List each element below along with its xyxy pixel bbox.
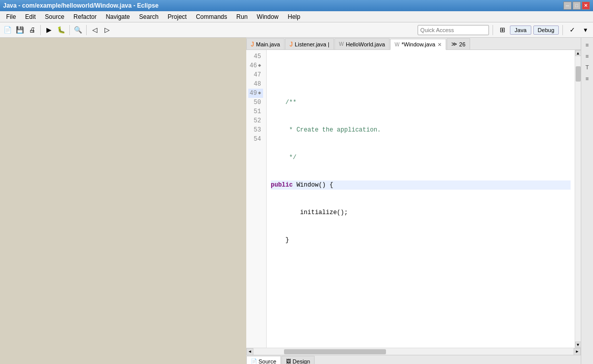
comment-46: /** bbox=[271, 98, 296, 107]
code-49-rest: Window() { bbox=[293, 180, 333, 190]
right-tool-1[interactable]: ≡ bbox=[582, 40, 592, 50]
right-toolbar: ≡ ≡ T ≡ bbox=[581, 38, 593, 364]
code-line-50: initialize(); bbox=[271, 208, 571, 217]
menu-search[interactable]: Search bbox=[135, 12, 163, 21]
scroll-left-button[interactable]: ◄ bbox=[246, 348, 253, 355]
helloworld-icon: W bbox=[339, 41, 344, 47]
title-text: Java - com/example/helloworld/Window.jav… bbox=[3, 2, 159, 9]
right-tool-4[interactable]: ≡ bbox=[582, 73, 592, 84]
h-scrollbar-track[interactable] bbox=[253, 349, 574, 355]
code-line-52 bbox=[271, 263, 571, 272]
scroll-down-button[interactable]: ▼ bbox=[575, 342, 581, 348]
scroll-up-button[interactable]: ▲ bbox=[575, 50, 581, 56]
design-tab[interactable]: 🖼 Design bbox=[281, 356, 315, 364]
menu-source[interactable]: Source bbox=[41, 12, 68, 21]
line-46: 46◆ bbox=[248, 61, 263, 70]
toolbar-separator-4 bbox=[493, 25, 493, 35]
tab-helloworld-java[interactable]: W HelloWorld.java bbox=[334, 38, 390, 49]
menu-help[interactable]: Help bbox=[283, 12, 304, 21]
code-line-49: public Window() { bbox=[271, 180, 571, 190]
design-tab-icon: 🖼 bbox=[286, 358, 291, 364]
tab-listener-java-label: Listener.java | bbox=[295, 41, 329, 47]
editor-bottom-tabs: 📄 Source 🖼 Design bbox=[246, 355, 581, 364]
scroll-right-button[interactable]: ► bbox=[574, 348, 581, 355]
vertical-scrollbar[interactable]: ▲ ▼ bbox=[575, 50, 581, 348]
menu-window[interactable]: Window bbox=[253, 12, 283, 21]
code-line-47: * Create the application. bbox=[271, 125, 571, 135]
tab-overflow[interactable]: ≫ 26 bbox=[447, 38, 470, 49]
scroll-thumb[interactable] bbox=[576, 66, 581, 82]
listener-java-icon: J bbox=[290, 41, 293, 48]
line-45: 45 bbox=[248, 52, 263, 61]
code-editor[interactable]: 45 46◆ 47 48 49◆ 50 51 52 53 54 /** * Cr… bbox=[246, 50, 581, 348]
h-scrollbar-thumb[interactable] bbox=[284, 349, 386, 354]
source-tab-icon: 📄 bbox=[251, 358, 257, 364]
maximize-button[interactable]: □ bbox=[573, 2, 581, 10]
line-52: 52 bbox=[248, 116, 263, 125]
tab-window-java[interactable]: W *Window.java ✕ bbox=[390, 39, 446, 50]
source-tab[interactable]: 📄 Source bbox=[246, 356, 281, 364]
comment-48: */ bbox=[271, 153, 296, 162]
code-line-48: */ bbox=[271, 153, 571, 162]
keyword-public: public bbox=[271, 180, 293, 190]
title-bar-controls: ─ □ ✕ bbox=[563, 2, 590, 10]
line-48: 48 bbox=[248, 80, 263, 89]
code-line-46: /** bbox=[271, 98, 571, 107]
menu-file[interactable]: File bbox=[2, 12, 20, 21]
print-button[interactable]: 🖨 bbox=[27, 24, 38, 36]
tab-main-java-label: Main.java bbox=[256, 41, 280, 47]
right-tool-2[interactable]: ≡ bbox=[582, 51, 592, 61]
fold-49[interactable]: ◆ bbox=[258, 89, 261, 98]
save-button[interactable]: 💾 bbox=[14, 24, 25, 36]
left-panel bbox=[0, 38, 246, 364]
toolbar-right: ⊞ Java Debug ✓ ▾ bbox=[418, 24, 591, 36]
code-line-51: } bbox=[271, 236, 571, 245]
tab-helloworld-label: HelloWorld.java bbox=[346, 41, 385, 47]
run-button[interactable]: ▶ bbox=[43, 24, 55, 36]
code-content[interactable]: /** * Create the application. */ public … bbox=[267, 50, 575, 348]
java-perspective-button[interactable]: Java bbox=[510, 25, 531, 35]
toolbar-separator-5 bbox=[562, 25, 563, 35]
window-java-close[interactable]: ✕ bbox=[437, 42, 442, 47]
tab-window-java-label: *Window.java bbox=[402, 41, 435, 47]
next-button[interactable]: ▷ bbox=[101, 24, 113, 36]
menu-refactor[interactable]: Refactor bbox=[69, 12, 100, 21]
menu-commands[interactable]: Commands bbox=[192, 12, 231, 21]
title-bar: Java - com/example/helloworld/Window.jav… bbox=[0, 0, 593, 11]
line-49: 49◆ bbox=[248, 89, 263, 98]
tab-listener-java[interactable]: J Listener.java | bbox=[285, 38, 334, 49]
minimize-button[interactable]: ─ bbox=[563, 2, 572, 10]
fold-46[interactable]: ◆ bbox=[258, 61, 261, 70]
window-java-icon: W bbox=[395, 42, 399, 47]
editor-tab-bar: J Main.java J Listener.java | W HelloWor… bbox=[246, 38, 581, 50]
toolbar-separator-1 bbox=[40, 25, 41, 35]
debug-perspective-button[interactable]: Debug bbox=[533, 25, 559, 35]
code-51: } bbox=[271, 236, 289, 245]
code-line-45 bbox=[271, 70, 571, 80]
tab-overflow-count: 26 bbox=[459, 41, 466, 47]
open-perspective-button[interactable]: ⊞ bbox=[497, 24, 508, 36]
debug-button[interactable]: 🐛 bbox=[56, 24, 67, 36]
comment-47: * Create the application. bbox=[271, 125, 381, 135]
line-54: 54 bbox=[248, 135, 263, 144]
more-button[interactable]: ▾ bbox=[580, 24, 591, 36]
line-51: 51 bbox=[248, 107, 263, 116]
search-button[interactable]: 🔍 bbox=[72, 24, 84, 36]
menu-project[interactable]: Project bbox=[164, 12, 191, 21]
tab-overflow-label: ≫ bbox=[451, 41, 457, 47]
horizontal-scrollbar[interactable]: ◄ ► bbox=[246, 348, 581, 355]
tab-main-java[interactable]: J Main.java bbox=[246, 38, 285, 49]
source-tab-label: Source bbox=[259, 358, 276, 365]
main-java-icon: J bbox=[251, 41, 254, 48]
right-tool-3[interactable]: T bbox=[582, 62, 592, 72]
toolbar-separator-2 bbox=[69, 25, 70, 35]
prev-button[interactable]: ◁ bbox=[89, 24, 100, 36]
menu-edit[interactable]: Edit bbox=[21, 12, 40, 21]
new-button[interactable]: 📄 bbox=[2, 24, 13, 36]
quick-access-input[interactable] bbox=[418, 25, 489, 35]
menu-navigate[interactable]: Navigate bbox=[101, 12, 134, 21]
line-47: 47 bbox=[248, 70, 263, 80]
menu-run[interactable]: Run bbox=[233, 12, 252, 21]
close-button[interactable]: ✕ bbox=[582, 2, 590, 10]
validate-button[interactable]: ✓ bbox=[566, 24, 578, 36]
